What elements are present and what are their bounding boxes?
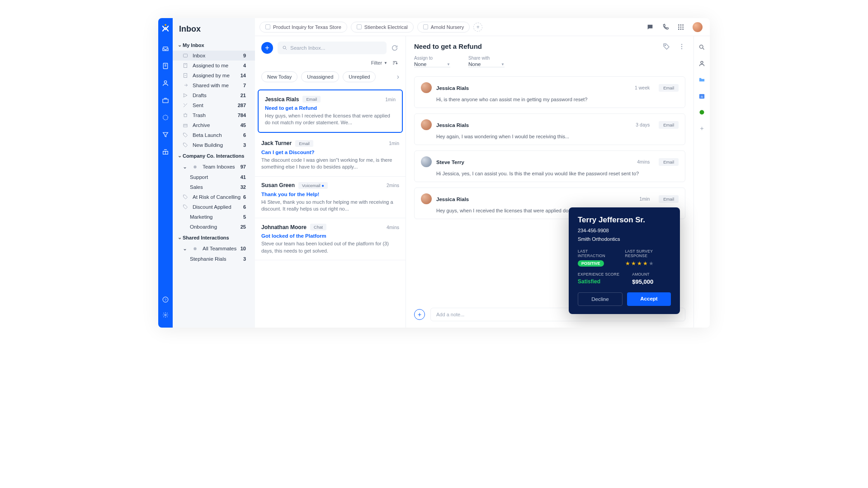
profile-icon[interactable]	[698, 60, 706, 67]
sidebar-section-header[interactable]: ⌄My Inbox	[173, 39, 255, 51]
sidebar-item[interactable]: Assigned by me14	[173, 70, 255, 80]
sidebar-item[interactable]: Archive45	[173, 120, 255, 130]
phone-icon[interactable]	[662, 23, 669, 31]
nav-gift-icon[interactable]	[162, 148, 169, 155]
thread-list: Jessica RialsEmail1minNeed to get a Refu…	[255, 88, 406, 328]
thread-item[interactable]: Jack TurnerEmail1minCan I get a Discount…	[255, 135, 406, 177]
compose-button[interactable]: +	[261, 42, 273, 54]
help-icon[interactable]: ?	[162, 296, 169, 303]
svg-point-18	[678, 26, 679, 28]
search-input[interactable]: Search Inbox...	[278, 42, 387, 54]
circle-icon	[193, 164, 199, 169]
filter-dropdown[interactable]: Filter▼	[371, 60, 387, 66]
thread-time: 2mins	[387, 183, 399, 188]
sidebar-item[interactable]: Beta Launch6	[173, 130, 255, 140]
accept-button[interactable]: Accept	[627, 292, 671, 306]
thread-channel-badge: Chat	[310, 224, 326, 230]
sidebar-item[interactable]: Support41	[173, 172, 255, 182]
filter-chip[interactable]: New Today	[261, 71, 297, 82]
chevron-down-icon: ⌄	[177, 153, 182, 159]
sidebar-item[interactable]: Assigned to me4	[173, 61, 255, 70]
sidebar-item-count: 41	[241, 174, 250, 180]
tag-icon[interactable]	[663, 43, 670, 50]
add-tab-button[interactable]: +	[473, 23, 482, 32]
chat-icon[interactable]	[646, 23, 654, 31]
caller-phone: 234-456-9908	[578, 225, 671, 233]
thread-item[interactable]: Jessica RialsEmail1minNeed to get a Refu…	[258, 89, 403, 133]
sidebar-item-count: 25	[241, 224, 250, 230]
folder-icon[interactable]	[698, 76, 706, 83]
message-from: Jessica Rials	[436, 85, 469, 91]
sidebar-item-count: 45	[241, 122, 250, 128]
sidebar-item-count: 97	[241, 164, 250, 169]
refresh-icon[interactable]	[391, 44, 399, 52]
chips-next-icon[interactable]: ›	[397, 73, 399, 81]
topbar: Product Inquiry for Texas StoreStienbeck…	[255, 18, 710, 36]
sidebar-item-label: Shared with me	[193, 83, 229, 88]
svg-point-25	[665, 45, 665, 46]
sidebar-item-label: All Teammates	[203, 246, 236, 251]
search-placeholder: Search Inbox...	[290, 45, 325, 51]
svg-point-2	[164, 81, 166, 83]
sidebar-item[interactable]: Discount Applied6	[173, 202, 255, 212]
message-time: 4mins	[637, 159, 650, 164]
message-item[interactable]: Steve Terry 4minsEmailHi Jessica, yes, I…	[414, 150, 685, 182]
add-note-button[interactable]: +	[414, 309, 425, 320]
share-with-dropdown[interactable]: Share with None▼	[468, 56, 505, 67]
app-logo	[161, 23, 170, 32]
svg-point-21	[678, 28, 679, 30]
sidebar-item-label: At Risk of Cancelling	[193, 194, 241, 200]
sidebar-item[interactable]: ⌄Team Inboxes97	[173, 161, 255, 172]
sidebar-item[interactable]: Drafts21	[173, 90, 255, 100]
incoming-call-popup: Terry Jefferson Sr. 234-456-9908 Smith O…	[569, 207, 680, 314]
search-icon[interactable]	[698, 43, 706, 51]
sidebar-item[interactable]: Trash784	[173, 110, 255, 120]
sidebar-item[interactable]: Inbox9	[173, 51, 255, 61]
sidebar-section-header[interactable]: ⌄Shared Interactions	[173, 232, 255, 243]
add-app-icon[interactable]: +	[698, 125, 706, 132]
sidebar-section-header[interactable]: ⌄Company Co. Interactions	[173, 150, 255, 161]
user-avatar[interactable]	[693, 22, 703, 32]
filter-chip[interactable]: Unassigned	[301, 71, 339, 82]
thread-item[interactable]: Susan GreenVoicemail ●2minsThank you for…	[255, 177, 406, 219]
svg-text:31: 31	[700, 95, 703, 98]
nav-contacts-icon[interactable]	[162, 80, 169, 87]
sidebar-item[interactable]: Sent287	[173, 100, 255, 110]
nav-briefcase-icon[interactable]	[162, 97, 169, 104]
thread-title: Need to get a Refund	[414, 42, 482, 50]
sidebar-item[interactable]: Stephanie Rials3	[173, 254, 255, 264]
more-icon[interactable]	[678, 43, 685, 50]
sidebar: Inbox ⌄My InboxInbox9Assigned to me4Assi…	[173, 18, 255, 328]
svg-point-28	[681, 48, 682, 49]
integration-icon[interactable]	[698, 108, 706, 116]
message-channel-badge: Email	[659, 121, 679, 129]
sidebar-item[interactable]: At Risk of Cancelling6	[173, 192, 255, 202]
nav-target-icon[interactable]	[162, 114, 169, 121]
sidebar-item[interactable]: Onboarding25	[173, 222, 255, 232]
sidebar-item[interactable]: Sales32	[173, 182, 255, 192]
message-item[interactable]: Jessica Rials 1 weekEmailHi, is there an…	[414, 76, 685, 108]
settings-icon[interactable]	[162, 311, 169, 319]
sidebar-item-count: 784	[238, 113, 250, 118]
header-tab[interactable]: Product Inquiry for Texas Store	[259, 22, 347, 33]
sidebar-item[interactable]: New Building3	[173, 140, 255, 150]
header-tab[interactable]: Arnold Nursery	[417, 22, 470, 33]
decline-button[interactable]: Decline	[578, 292, 623, 306]
sort-icon[interactable]	[392, 60, 398, 66]
sidebar-item[interactable]: Shared with me7	[173, 80, 255, 90]
message-body: Hi, is there anyone who can assist me in…	[421, 93, 679, 102]
nav-inbox-icon[interactable]	[162, 45, 169, 52]
assign-to-dropdown[interactable]: Assign to None▼	[414, 56, 450, 67]
nav-documents-icon[interactable]	[162, 62, 169, 70]
message-item[interactable]: Jessica Rials 3 daysEmailHey again, I wa…	[414, 113, 685, 145]
thread-item[interactable]: Johnathan MooreChat4minsGot locked of th…	[255, 218, 406, 260]
sidebar-item[interactable]: ⌄All Teammates10	[173, 243, 255, 254]
apps-icon[interactable]	[677, 23, 684, 31]
filter-chip[interactable]: Unreplied	[343, 71, 376, 82]
calendar-icon[interactable]: 31	[698, 92, 706, 99]
nav-filter-icon[interactable]	[162, 131, 169, 138]
sidebar-item[interactable]: Marketing5	[173, 212, 255, 222]
message-body: Hi Jessica, yes, I can assist you. Is th…	[421, 167, 679, 176]
sidebar-item-count: 21	[241, 93, 250, 98]
header-tab[interactable]: Stienbeck Electrical	[351, 22, 414, 33]
